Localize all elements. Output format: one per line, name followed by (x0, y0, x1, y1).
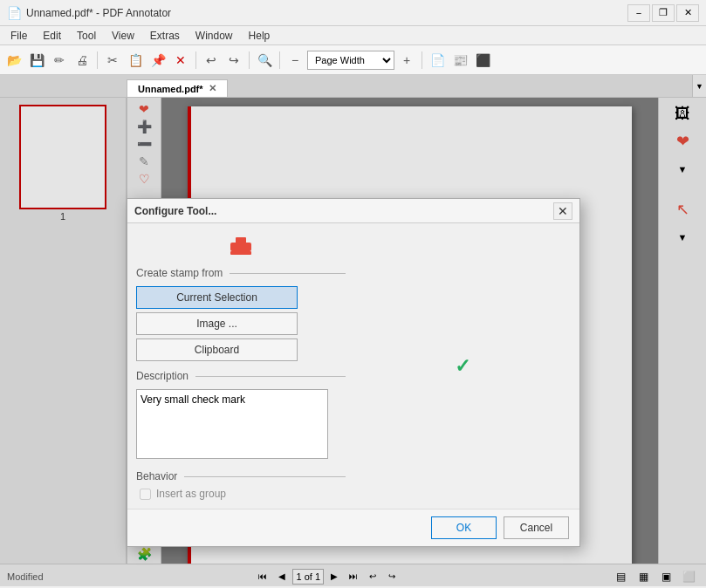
annotate-button[interactable]: ✏ (49, 50, 70, 71)
window-controls: − ❐ ✕ (627, 4, 699, 22)
dialog-titlebar: Configure Tool... ✕ (127, 199, 579, 223)
dialog-footer: OK Cancel (127, 509, 579, 546)
print-button[interactable]: 🖨 (72, 50, 93, 71)
dialog-overlay: Configure Tool... ✕ (0, 98, 706, 586)
minimize-button[interactable]: − (627, 4, 650, 22)
menu-extras[interactable]: Extras (143, 28, 187, 44)
description-textarea[interactable]: Very small check mark (136, 389, 328, 459)
app-title: Unnamed.pdf* - PDF Annotator (26, 7, 171, 19)
view-btn-3[interactable]: ⬛ (472, 50, 493, 71)
sep-4 (279, 51, 280, 69)
toolbar: 📂 💾 ✏ 🖨 ✂ 📋 📌 ✕ ↩ ↪ 🔍 − Page Width Fit P… (0, 45, 706, 75)
save-button[interactable]: 💾 (26, 50, 47, 71)
redo-button[interactable]: ↪ (223, 50, 244, 71)
svg-rect-2 (230, 251, 251, 255)
behavior-header: Behavior (136, 470, 346, 482)
validation-checkmark: ✓ (455, 355, 470, 378)
title-bar: 📄 Unnamed.pdf* - PDF Annotator − ❐ ✕ (0, 0, 706, 26)
menu-tool[interactable]: Tool (70, 28, 103, 44)
app-icon: 📄 (7, 6, 21, 20)
menu-edit[interactable]: Edit (36, 28, 68, 44)
cut-button[interactable]: ✂ (102, 50, 123, 71)
sep-2 (195, 51, 196, 69)
insert-as-group-row: Insert as group (136, 488, 346, 500)
menu-bar: File Edit Tool View Extras Window Help (0, 26, 706, 45)
title-bar-left: 📄 Unnamed.pdf* - PDF Annotator (7, 6, 171, 20)
cancel-button[interactable]: Cancel (504, 516, 569, 539)
dialog-left-panel: Create stamp from Current Selection Imag… (136, 232, 346, 500)
menu-help[interactable]: Help (242, 28, 278, 44)
menu-file[interactable]: File (3, 28, 34, 44)
behavior-line (184, 476, 346, 477)
open-button[interactable]: 📂 (3, 50, 24, 71)
paste-button[interactable]: 📌 (147, 50, 168, 71)
undo-button[interactable]: ↩ (201, 50, 222, 71)
delete-button[interactable]: ✕ (170, 50, 191, 71)
behavior-label: Behavior (136, 470, 184, 482)
zoom-dropdown[interactable]: Page Width Fit Page 100% (307, 51, 394, 70)
zoom-in-button[interactable]: + (396, 50, 417, 71)
dialog-close-button[interactable]: ✕ (553, 202, 572, 220)
insert-as-group-label: Insert as group (156, 488, 226, 500)
tab-scroll-icon[interactable]: ▼ (692, 75, 706, 97)
view-btn-2[interactable]: 📰 (449, 50, 470, 71)
dialog-right-panel: ✓ (354, 232, 571, 500)
sep-1 (97, 51, 98, 69)
menu-view[interactable]: View (105, 28, 141, 44)
description-header: Description (136, 370, 346, 382)
description-line (195, 376, 346, 377)
stamp-icon-area (136, 232, 346, 260)
view-btn-1[interactable]: 📄 (427, 50, 448, 71)
copy-button[interactable]: 📋 (125, 50, 146, 71)
description-section: Description Very small check mark (136, 370, 346, 462)
description-label: Description (136, 370, 195, 382)
svg-rect-1 (236, 237, 246, 243)
insert-as-group-checkbox[interactable] (140, 489, 151, 500)
clipboard-button[interactable]: Clipboard (136, 338, 298, 361)
svg-rect-0 (230, 243, 251, 251)
main-area: 1 ❤ ➕ ➖ ✎ ♡ ✔ ✘ ✚ 📌 ✏ ℹ ⚠ 🚫 📎 ⊕ ⊖ ⭐ 🔍 🔔 … (0, 98, 706, 586)
create-stamp-line (230, 273, 346, 274)
stamp-icon (227, 232, 255, 260)
zoom-out-button[interactable]: − (284, 50, 305, 71)
image-button[interactable]: Image ... (136, 312, 298, 335)
search-button[interactable]: 🔍 (254, 50, 275, 71)
create-stamp-header: Create stamp from (136, 267, 346, 279)
menu-window[interactable]: Window (188, 28, 240, 44)
sep-3 (249, 51, 250, 69)
tab-bar: Unnamed.pdf* ✕ ▼ (0, 75, 706, 98)
close-button[interactable]: ✕ (676, 4, 699, 22)
ok-button[interactable]: OK (431, 516, 497, 539)
behavior-section: Behavior Insert as group (136, 470, 346, 500)
create-stamp-label: Create stamp from (136, 267, 230, 279)
restore-button[interactable]: ❐ (652, 4, 675, 22)
tab-close-icon[interactable]: ✕ (209, 83, 216, 94)
dialog-body: Create stamp from Current Selection Imag… (127, 223, 579, 509)
current-selection-button[interactable]: Current Selection (136, 286, 298, 309)
document-tab[interactable]: Unnamed.pdf* ✕ (127, 79, 228, 97)
sep-5 (422, 51, 422, 69)
configure-tool-dialog: Configure Tool... ✕ (127, 198, 580, 547)
tab-label: Unnamed.pdf* (138, 84, 203, 94)
dialog-title: Configure Tool... (134, 205, 216, 217)
